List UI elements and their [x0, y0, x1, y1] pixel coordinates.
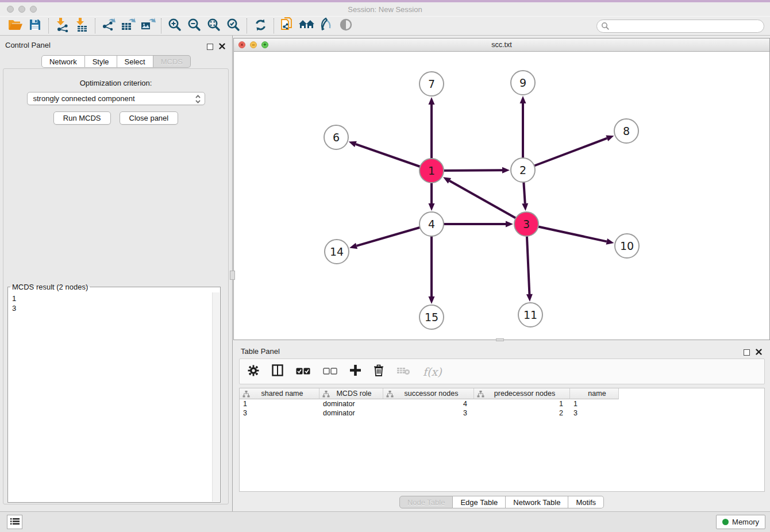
- apply-style-button[interactable]: [317, 17, 336, 34]
- column-header-MCDS-role[interactable]: MCDS role: [319, 388, 383, 399]
- dropdown-stepper-icon: [195, 94, 201, 106]
- network-window-title: scc.txt: [234, 41, 769, 49]
- table-cell[interactable]: 1: [240, 399, 319, 408]
- show-column-panel-button[interactable]: [272, 364, 283, 379]
- table-tab-network-table[interactable]: Network Table: [506, 496, 568, 508]
- table-row[interactable]: 3dominator323: [240, 408, 764, 418]
- table-cell[interactable]: dominator: [319, 408, 383, 418]
- table-cell[interactable]: 3: [570, 408, 619, 418]
- table-row[interactable]: 1dominator411: [240, 399, 764, 408]
- control-panel-title: Control Panel: [5, 41, 51, 49]
- svg-text:7: 7: [428, 78, 435, 90]
- network-minimize-button[interactable]: −: [250, 41, 257, 48]
- tree-hierarchy-icon: [386, 391, 394, 399]
- table-tab-node-table[interactable]: Node Table: [399, 496, 453, 508]
- close-panel-button[interactable]: Close panel: [120, 111, 179, 125]
- table-tab-motifs[interactable]: Motifs: [568, 496, 604, 508]
- tab-mcds[interactable]: MCDS: [153, 55, 191, 68]
- table-cell[interactable]: 1: [570, 399, 619, 408]
- close-panel-icon[interactable]: [756, 347, 762, 357]
- float-panel-icon[interactable]: [744, 349, 750, 356]
- table-cell[interactable]: 3: [240, 408, 319, 418]
- apply-layout-button[interactable]: [251, 17, 270, 34]
- double-house-icon: [298, 18, 315, 34]
- zoom-in-icon: [168, 18, 182, 34]
- column-header-label: successor nodes: [383, 390, 473, 398]
- svg-text:2: 2: [519, 164, 526, 176]
- zoom-out-button[interactable]: [184, 17, 204, 34]
- workspace: scc.txt × − + 7968124314101511 Table Pan…: [233, 36, 770, 511]
- create-column-button[interactable]: [350, 365, 361, 378]
- plus-icon: [350, 368, 361, 377]
- zoom-selected-icon: [226, 18, 241, 34]
- main-titlebar[interactable]: Session: New Session: [0, 2, 770, 16]
- optimization-criterion-label: Optimization criterion:: [3, 79, 228, 87]
- open-session-button[interactable]: [6, 17, 25, 34]
- deselect-all-columns-button[interactable]: [323, 367, 337, 377]
- column-header-successor-nodes[interactable]: successor nodes: [383, 388, 474, 399]
- half-moon-icon: [339, 18, 353, 34]
- result-line: 3: [12, 303, 220, 313]
- float-panel-icon[interactable]: [207, 44, 213, 50]
- tab-style[interactable]: Style: [85, 55, 117, 68]
- select-all-columns-button[interactable]: [296, 367, 310, 377]
- memory-label: Memory: [732, 518, 759, 526]
- network-close-button[interactable]: ×: [238, 41, 245, 48]
- run-mcds-button[interactable]: Run MCDS: [53, 111, 111, 125]
- mcds-result-textarea[interactable]: 13: [9, 292, 220, 502]
- table-cell[interactable]: dominator: [319, 399, 383, 408]
- tab-network[interactable]: Network: [41, 55, 85, 68]
- network-overview-button[interactable]: [297, 17, 317, 34]
- export-table-button[interactable]: [118, 17, 138, 34]
- zoom-fit-button[interactable]: [204, 17, 224, 34]
- search-input[interactable]: [596, 20, 764, 33]
- export-image-button[interactable]: [138, 17, 157, 34]
- table-cell[interactable]: 4: [383, 399, 474, 408]
- close-panel-icon[interactable]: [219, 41, 225, 52]
- svg-text:4: 4: [428, 218, 435, 230]
- criterion-dropdown[interactable]: strongly connected component: [27, 92, 205, 105]
- table-cell[interactable]: 1: [474, 399, 570, 408]
- network-maximize-button[interactable]: +: [261, 41, 268, 48]
- delete-table-button-disabled: [396, 366, 410, 377]
- table-cell[interactable]: 2: [474, 408, 570, 418]
- network-graph[interactable]: 7968124314101511: [234, 52, 769, 340]
- task-history-button[interactable]: [7, 515, 22, 529]
- import-table-button[interactable]: [72, 17, 91, 34]
- save-disk-icon: [29, 18, 41, 33]
- export-network-button[interactable]: [99, 17, 118, 34]
- mcds-panel: Optimization criterion: strongly connect…: [3, 68, 229, 504]
- toggle-visibility-button[interactable]: [336, 17, 356, 34]
- trash-icon: [374, 368, 384, 378]
- gear-icon: [248, 368, 259, 378]
- table-tab-edge-table[interactable]: Edge Table: [453, 496, 506, 508]
- column-header-label: shared name: [240, 390, 319, 398]
- zoom-selected-button[interactable]: [224, 17, 243, 34]
- memory-button[interactable]: Memory: [716, 515, 765, 529]
- function-builder-button-disabled: f(x): [423, 365, 442, 378]
- network-window-titlebar[interactable]: scc.txt × − +: [234, 38, 769, 52]
- save-session-button[interactable]: [25, 17, 45, 34]
- result-line: 1: [12, 294, 220, 303]
- column-header-name[interactable]: name: [570, 388, 619, 399]
- splitter-handle[interactable]: [230, 271, 235, 280]
- export-table-icon: [121, 17, 136, 34]
- table-settings-button[interactable]: [248, 365, 259, 379]
- tab-select[interactable]: Select: [117, 55, 153, 68]
- column-header-predecessor-nodes[interactable]: predecessor nodes: [474, 388, 570, 399]
- table-body: 1dominator4113dominator323: [240, 399, 764, 418]
- column-header-shared-name[interactable]: shared name: [240, 388, 319, 399]
- table-cell[interactable]: 3: [383, 408, 474, 418]
- import-network-button[interactable]: [52, 17, 72, 34]
- node-table[interactable]: shared nameMCDS rolesuccessor nodesprede…: [239, 388, 765, 492]
- result-scrollbar[interactable]: [212, 292, 220, 502]
- delete-column-button[interactable]: [374, 364, 384, 379]
- zoom-in-button[interactable]: [165, 17, 184, 34]
- svg-text:11: 11: [523, 309, 537, 321]
- clone-network-button[interactable]: [278, 17, 297, 34]
- network-canvas[interactable]: 7968124314101511: [234, 52, 769, 340]
- tree-hierarchy-icon: [477, 391, 484, 399]
- toolbar-separator: [247, 18, 247, 33]
- table-toolbar: f(x): [239, 358, 765, 384]
- splitter-handle[interactable]: [496, 338, 504, 341]
